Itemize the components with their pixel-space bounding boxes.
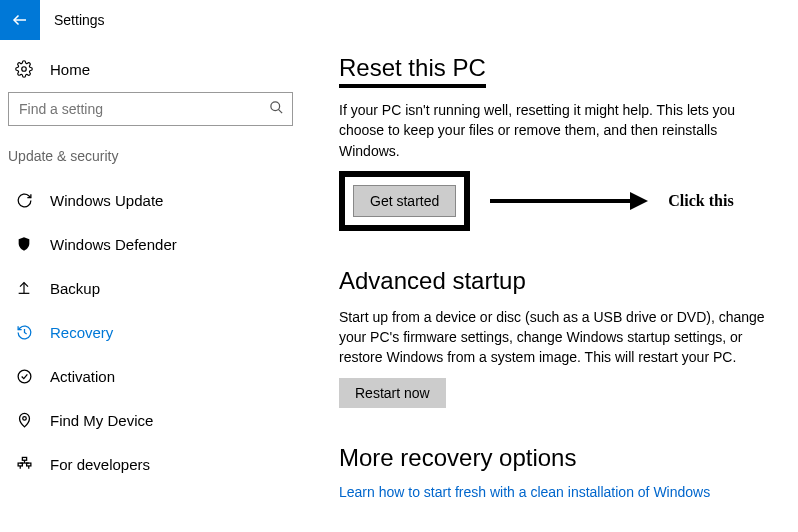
history-icon <box>14 324 34 341</box>
home-nav[interactable]: Home <box>4 50 301 92</box>
location-search-icon <box>14 412 34 429</box>
category-label: Update & security <box>4 142 301 178</box>
nav-label: Windows Defender <box>50 236 177 253</box>
nav-activation[interactable]: Activation <box>4 354 301 398</box>
gear-icon <box>14 60 34 78</box>
nav-label: Backup <box>50 280 100 297</box>
svg-point-6 <box>18 370 31 383</box>
developer-icon <box>14 456 34 473</box>
search-box[interactable] <box>8 92 293 126</box>
nav-windows-defender[interactable]: Windows Defender <box>4 222 301 266</box>
svg-point-1 <box>22 67 27 72</box>
svg-rect-8 <box>22 457 26 460</box>
annotation-highlight: Get started <box>339 171 470 231</box>
search-icon <box>269 100 284 118</box>
upload-icon <box>14 280 34 296</box>
get-started-button[interactable]: Get started <box>353 185 456 217</box>
nav-backup[interactable]: Backup <box>4 266 301 310</box>
svg-line-3 <box>278 109 282 113</box>
back-button[interactable] <box>0 0 40 40</box>
fresh-install-link[interactable]: Learn how to start fresh with a clean in… <box>339 484 782 500</box>
nav-find-my-device[interactable]: Find My Device <box>4 398 301 442</box>
nav-windows-update[interactable]: Windows Update <box>4 178 301 222</box>
sync-icon <box>14 192 34 209</box>
restart-now-button[interactable]: Restart now <box>339 378 446 408</box>
shield-icon <box>14 236 34 252</box>
nav-label: For developers <box>50 456 150 473</box>
nav-recovery[interactable]: Recovery <box>4 310 301 354</box>
more-title: More recovery options <box>339 444 576 472</box>
nav-for-developers[interactable]: For developers <box>4 442 301 486</box>
nav-label: Activation <box>50 368 115 385</box>
arrow-left-icon <box>11 11 29 29</box>
svg-point-7 <box>22 416 26 420</box>
nav-label: Windows Update <box>50 192 163 209</box>
arrow-head-icon <box>630 192 648 210</box>
check-circle-icon <box>14 368 34 385</box>
arrow-line-icon <box>490 199 630 203</box>
svg-point-2 <box>271 102 280 111</box>
annotation-text: Click this <box>668 192 733 210</box>
arrow-annotation: Click this <box>490 192 733 210</box>
window-title: Settings <box>54 12 105 28</box>
nav-label: Find My Device <box>50 412 153 429</box>
reset-desc: If your PC isn't running well, resetting… <box>339 100 769 161</box>
nav-label: Recovery <box>50 324 113 341</box>
advanced-title: Advanced startup <box>339 267 526 295</box>
search-input[interactable] <box>9 93 292 125</box>
home-label: Home <box>50 61 90 78</box>
reset-title: Reset this PC <box>339 54 486 88</box>
advanced-desc: Start up from a device or disc (such as … <box>339 307 769 368</box>
